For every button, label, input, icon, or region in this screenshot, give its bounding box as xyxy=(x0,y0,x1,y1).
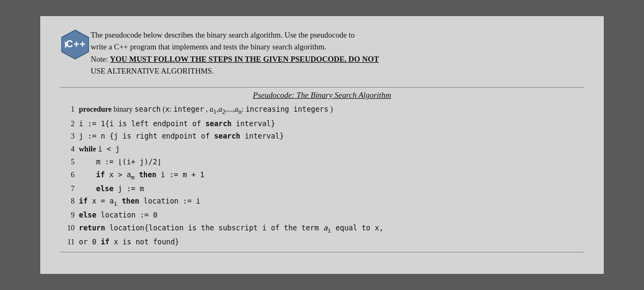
code-section: 1 procedure binary search (x: integer , … xyxy=(60,103,584,249)
line-content-4: while i < j xyxy=(79,143,120,156)
code-line-9: 9 else location := 0 xyxy=(60,209,584,222)
note-label: Note: xyxy=(91,55,110,63)
line-num-5: 5 xyxy=(60,156,75,169)
line-num-11: 11 xyxy=(60,236,75,249)
line-content-3: j := n {j is right endpoint of search in… xyxy=(79,130,284,143)
line-content-10: return location{location is the subscrip… xyxy=(79,222,384,236)
line-content-8: if x = ai then location := i xyxy=(79,195,200,209)
svg-text:C++: C++ xyxy=(66,39,86,49)
line-num-4: 4 xyxy=(60,143,75,156)
main-card: C++ The pseudocode below describes the b… xyxy=(40,16,604,274)
header-line4: USE ALTERNATIVE ALGORITHMS. xyxy=(91,65,379,77)
line-num-2: 2 xyxy=(60,118,75,130)
code-line-11: 11 or 0 if x is not found} xyxy=(60,236,584,249)
line-content-11: or 0 if x is not found} xyxy=(79,236,179,249)
line-content-5: m := ⌊(i+ j)/2⌋ xyxy=(96,156,162,169)
code-line-6: 6 if x > am then i := m + 1 xyxy=(60,169,584,183)
code-line-8: 8 if x = ai then location := i xyxy=(60,195,584,209)
note-bold: YOU MUST FOLLOW THE STEPS IN THE GIVEN P… xyxy=(110,55,379,63)
line-content-2: i := 1{i is left endpoint of search inte… xyxy=(79,118,275,130)
code-line-2: 2 i := 1{i is left endpoint of search in… xyxy=(60,118,584,130)
code-line-4: 4 while i < j xyxy=(60,143,584,156)
header-line1: The pseudocode below describes the binar… xyxy=(91,29,379,41)
code-line-5: 5 m := ⌊(i+ j)/2⌋ xyxy=(60,156,584,169)
line-num-8: 8 xyxy=(60,195,75,208)
code-line-1: 1 procedure binary search (x: integer , … xyxy=(60,103,584,118)
line-content-7: else j := m xyxy=(96,183,144,195)
code-line-10: 10 return location{location is the subsc… xyxy=(60,222,584,236)
header-line3: Note: YOU MUST FOLLOW THE STEPS IN THE G… xyxy=(91,53,379,65)
line-num-7: 7 xyxy=(60,183,75,195)
line-content-9: else location := 0 xyxy=(79,209,157,222)
cpp-logo: C++ xyxy=(60,29,91,60)
code-line-7: 7 else j := m xyxy=(60,183,584,195)
header-text: The pseudocode below describes the binar… xyxy=(91,29,379,77)
line-content-6: if x > am then i := m + 1 xyxy=(96,169,204,183)
line-num-1: 1 xyxy=(60,103,75,116)
header-line2: write a C++ program that implements and … xyxy=(91,41,379,53)
line-num-6: 6 xyxy=(60,169,75,182)
pseudocode-title: Pseudocode: The Binary Search Algorithm xyxy=(60,91,584,100)
line-num-9: 9 xyxy=(60,209,75,222)
header-section: C++ The pseudocode below describes the b… xyxy=(60,29,584,77)
bottom-divider xyxy=(60,252,584,252)
line-num-10: 10 xyxy=(60,222,75,235)
code-line-3: 3 j := n {j is right endpoint of search … xyxy=(60,130,584,143)
top-divider xyxy=(60,87,584,88)
line-content-1: procedure binary search (x: integer , a1… xyxy=(79,103,333,118)
line-num-3: 3 xyxy=(60,130,75,143)
